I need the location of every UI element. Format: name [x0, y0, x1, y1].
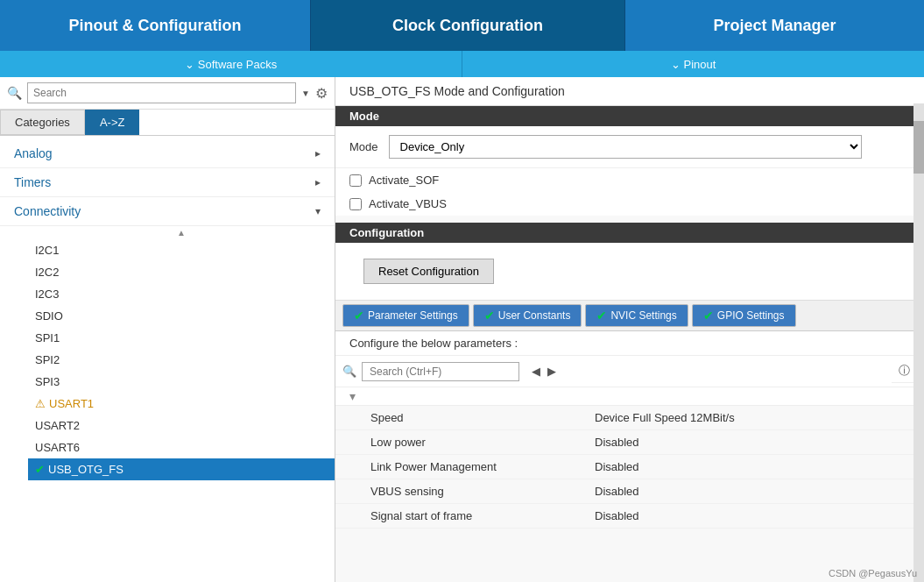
reset-config-label: Reset Configuration [378, 265, 479, 278]
timers-section-header[interactable]: Timers ▸ [0, 168, 335, 197]
param-value-speed: Device Full Speed 12MBit/s [595, 411, 735, 424]
panel-title-text: USB_OTG_FS Mode and Configuration [349, 84, 565, 98]
warning-icon: ⚠ [35, 397, 46, 410]
param-settings-label: Parameter Settings [368, 309, 458, 322]
mode-label: Mode [349, 140, 378, 153]
pinout-config-tab[interactable]: Pinout & Configuration [0, 0, 310, 51]
sidebar-item-usart6[interactable]: USART6 [28, 436, 335, 458]
sidebar-item-i2c1[interactable]: I2C1 [28, 239, 335, 261]
param-value-vbus-sensing: Disabled [595, 485, 639, 498]
sidebar-item-usb-otg-fs[interactable]: ✔USB_OTG_FS [28, 458, 335, 480]
mode-section-header: Mode [335, 106, 924, 126]
chevron-down-icon: ▾ [315, 205, 321, 217]
pinout-config-label: Pinout & Configuration [69, 17, 242, 35]
param-search-input[interactable] [362, 362, 519, 381]
check-icon: ✔ [596, 309, 607, 323]
software-packs-label: Software Packs [198, 58, 277, 71]
activate-sof-row: Activate_SOF [335, 168, 924, 192]
param-row-link-power: Link Power Management Disabled [335, 455, 924, 479]
pinout-nav[interactable]: ⌄ Pinout [462, 51, 924, 77]
param-value-link-power: Disabled [595, 460, 639, 473]
panel-title: USB_OTG_FS Mode and Configuration [335, 77, 924, 106]
project-manager-label: Project Manager [713, 17, 836, 35]
tab-atoz-label: A->Z [100, 116, 125, 129]
activate-sof-checkbox[interactable] [349, 174, 362, 187]
dropdown-arrow-icon: ▼ [301, 89, 310, 98]
sidebar-item-spi3[interactable]: SPI3 [28, 371, 335, 393]
clock-config-label: Clock Configuration [392, 17, 543, 35]
activate-vbus-row: Activate_VBUS [335, 192, 924, 216]
tree-section-analog: Analog ▸ [0, 139, 335, 168]
clock-config-tab[interactable]: Clock Configuration [310, 0, 625, 51]
watermark: CSDN @PegasusYu [829, 568, 917, 578]
config-section-header: Configuration [335, 223, 924, 243]
search-bar: 🔍 ▼ ⚙ [0, 77, 335, 110]
right-scrollbar[interactable] [913, 103, 924, 582]
activate-sof-label: Activate_SOF [369, 174, 439, 187]
chevron-right-icon: ▸ [315, 147, 321, 160]
connectivity-children: ▲ I2C1 I2C2 I2C3 SDIO SPI1 SPI2 SPI3 ⚠US… [0, 226, 335, 480]
mode-section-label: Mode [349, 110, 379, 123]
param-name-signal-start: Signal start of frame [349, 509, 595, 522]
sidebar-item-sdio[interactable]: SDIO [28, 305, 335, 327]
sidebar-item-spi1[interactable]: SPI1 [28, 327, 335, 349]
analog-section-header[interactable]: Analog ▸ [0, 139, 335, 168]
next-icon[interactable]: ▶ [547, 365, 556, 378]
analog-label: Analog [14, 146, 53, 160]
tab-gpio-settings[interactable]: ✔ GPIO Settings [692, 304, 796, 327]
search-input[interactable] [27, 82, 296, 103]
activate-vbus-label: Activate_VBUS [369, 197, 447, 210]
project-manager-tab[interactable]: Project Manager [625, 0, 924, 51]
sidebar-item-i2c3[interactable]: I2C3 [28, 283, 335, 305]
sidebar-item-usart2[interactable]: USART2 [28, 415, 335, 436]
tab-categories[interactable]: Categories [0, 110, 85, 135]
parameter-tabs: ✔ Parameter Settings ✔ User Constants ✔ … [335, 301, 924, 331]
nvic-settings-label: NVIC Settings [610, 309, 676, 322]
tree-section-timers: Timers ▸ [0, 168, 335, 197]
tab-categories-label: Categories [15, 116, 70, 129]
expand-tree-icon[interactable]: ▾ [342, 386, 363, 407]
gear-icon[interactable]: ⚙ [315, 85, 328, 102]
scroll-up-indicator: ▲ [28, 226, 335, 239]
watermark-text: CSDN @PegasusYu [829, 568, 917, 578]
tab-parameter-settings[interactable]: ✔ Parameter Settings [342, 304, 469, 327]
timers-label: Timers [14, 175, 51, 189]
param-search-row: 🔍 ◀ ▶ ⓘ [335, 356, 924, 387]
check-icon: ✔ [354, 309, 364, 323]
check-icon: ✔ [484, 309, 495, 323]
activate-vbus-checkbox[interactable] [349, 198, 362, 210]
configure-label: Configure the below parameters : [349, 337, 518, 350]
param-name-speed: Speed [349, 411, 595, 424]
scrollbar-thumb[interactable] [913, 121, 924, 174]
param-table: Speed Device Full Speed 12MBit/s Low pow… [335, 406, 924, 529]
tab-user-constants[interactable]: ✔ User Constants [473, 304, 582, 327]
chevron-down-icon: ⌄ [671, 58, 681, 71]
gpio-settings-label: GPIO Settings [717, 309, 785, 322]
param-value-low-power: Disabled [595, 436, 639, 449]
connectivity-section-header[interactable]: Connectivity ▾ [0, 197, 335, 226]
param-row-speed: Speed Device Full Speed 12MBit/s [335, 406, 924, 430]
sidebar-item-i2c2[interactable]: I2C2 [28, 261, 335, 283]
mode-row: Mode Device_Only Disable Host_Only OTG [335, 126, 924, 168]
prev-icon[interactable]: ◀ [532, 365, 540, 378]
software-packs-nav[interactable]: ⌄ Software Packs [0, 51, 462, 77]
param-name-vbus-sensing: VBUS sensing [349, 485, 595, 498]
parameters-table: Speed Device Full Speed 12MBit/s Low pow… [335, 406, 924, 582]
sidebar-item-usart1[interactable]: ⚠USART1 [28, 393, 335, 415]
param-name-link-power: Link Power Management [349, 460, 595, 473]
tab-atoz[interactable]: A->Z [85, 110, 140, 135]
tree-section-connectivity: Connectivity ▾ ▲ I2C1 I2C2 I2C3 SDIO SPI… [0, 197, 335, 480]
sidebar-item-spi2[interactable]: SPI2 [28, 349, 335, 371]
param-row-vbus-sensing: VBUS sensing Disabled [335, 479, 924, 504]
param-row-signal-start: Signal start of frame Disabled [335, 504, 924, 529]
tab-nvic-settings[interactable]: ✔ NVIC Settings [585, 304, 688, 327]
param-header: Configure the below parameters : [335, 331, 924, 356]
reset-config-button[interactable]: Reset Configuration [363, 259, 494, 284]
search-icon: 🔍 [7, 86, 22, 100]
config-section-label: Configuration [349, 226, 424, 239]
mode-select[interactable]: Device_Only Disable Host_Only OTG [389, 135, 862, 159]
connectivity-label: Connectivity [14, 204, 81, 218]
check-icon: ✔ [35, 463, 45, 476]
pinout-nav-label: Pinout [684, 58, 716, 71]
param-name-low-power: Low power [349, 436, 595, 449]
